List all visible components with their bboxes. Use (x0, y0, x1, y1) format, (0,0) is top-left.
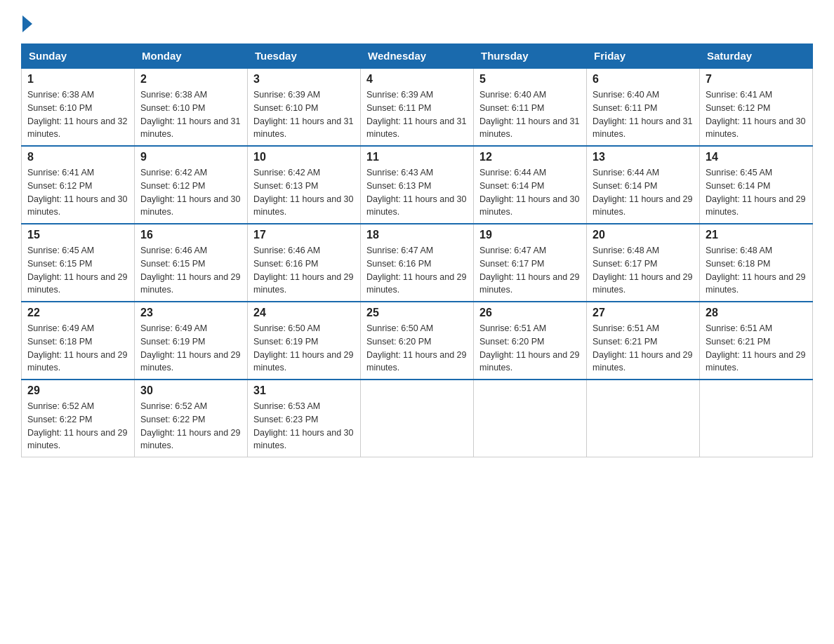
day-info: Sunrise: 6:41 AMSunset: 6:12 PMDaylight:… (706, 90, 805, 139)
day-number: 19 (479, 229, 581, 241)
calendar-day-cell: 3 Sunrise: 6:39 AMSunset: 6:10 PMDayligh… (248, 68, 361, 146)
calendar-day-cell: 12 Sunrise: 6:44 AMSunset: 6:14 PMDaylig… (474, 146, 587, 224)
calendar-day-cell: 2 Sunrise: 6:38 AMSunset: 6:10 PMDayligh… (135, 68, 248, 146)
day-number: 6 (593, 73, 694, 86)
day-info: Sunrise: 6:51 AMSunset: 6:21 PMDaylight:… (706, 323, 805, 373)
day-info: Sunrise: 6:46 AMSunset: 6:16 PMDaylight:… (253, 246, 353, 295)
calendar-day-cell (587, 380, 700, 457)
calendar-day-cell: 27 Sunrise: 6:51 AMSunset: 6:21 PMDaylig… (587, 302, 700, 380)
day-number: 13 (593, 151, 694, 163)
day-info: Sunrise: 6:40 AMSunset: 6:11 PMDaylight:… (593, 90, 692, 139)
day-number: 2 (140, 73, 241, 86)
day-number: 20 (593, 229, 694, 241)
day-info: Sunrise: 6:46 AMSunset: 6:15 PMDaylight:… (140, 246, 240, 295)
calendar-day-cell: 23 Sunrise: 6:49 AMSunset: 6:19 PMDaylig… (135, 302, 248, 380)
calendar-day-cell: 18 Sunrise: 6:47 AMSunset: 6:16 PMDaylig… (361, 224, 474, 302)
calendar-day-cell: 31 Sunrise: 6:53 AMSunset: 6:23 PMDaylig… (248, 380, 361, 457)
day-number: 23 (140, 307, 241, 319)
day-of-week-header: Sunday (22, 44, 135, 69)
calendar-table: SundayMondayTuesdayWednesdayThursdayFrid… (21, 43, 813, 457)
day-info: Sunrise: 6:48 AMSunset: 6:17 PMDaylight:… (593, 246, 692, 295)
day-number: 15 (27, 229, 128, 241)
calendar-day-cell (361, 380, 474, 457)
day-info: Sunrise: 6:47 AMSunset: 6:17 PMDaylight:… (479, 246, 579, 295)
day-info: Sunrise: 6:38 AMSunset: 6:10 PMDaylight:… (140, 90, 240, 139)
day-number: 3 (253, 73, 355, 86)
day-info: Sunrise: 6:50 AMSunset: 6:20 PMDaylight:… (366, 323, 466, 373)
day-number: 26 (479, 307, 581, 319)
day-number: 21 (706, 229, 807, 241)
calendar-day-cell: 1 Sunrise: 6:38 AMSunset: 6:10 PMDayligh… (22, 68, 135, 146)
calendar-day-cell: 14 Sunrise: 6:45 AMSunset: 6:14 PMDaylig… (700, 146, 813, 224)
calendar-week-row: 22 Sunrise: 6:49 AMSunset: 6:18 PMDaylig… (22, 302, 813, 380)
day-number: 29 (27, 384, 128, 397)
day-info: Sunrise: 6:43 AMSunset: 6:13 PMDaylight:… (366, 168, 466, 217)
day-info: Sunrise: 6:52 AMSunset: 6:22 PMDaylight:… (27, 401, 127, 450)
day-of-week-header: Thursday (474, 44, 587, 69)
calendar-day-cell: 16 Sunrise: 6:46 AMSunset: 6:15 PMDaylig… (135, 224, 248, 302)
logo-arrow-icon (22, 15, 32, 32)
calendar-day-cell: 21 Sunrise: 6:48 AMSunset: 6:18 PMDaylig… (700, 224, 813, 302)
calendar-day-cell: 4 Sunrise: 6:39 AMSunset: 6:11 PMDayligh… (361, 68, 474, 146)
day-number: 10 (253, 151, 355, 163)
day-of-week-header: Wednesday (361, 44, 474, 69)
calendar-day-cell (474, 380, 587, 457)
day-number: 31 (253, 384, 355, 397)
day-number: 14 (706, 151, 807, 163)
calendar-day-cell: 22 Sunrise: 6:49 AMSunset: 6:18 PMDaylig… (22, 302, 135, 380)
calendar-day-cell: 24 Sunrise: 6:50 AMSunset: 6:19 PMDaylig… (248, 302, 361, 380)
day-info: Sunrise: 6:39 AMSunset: 6:10 PMDaylight:… (253, 90, 353, 139)
day-number: 1 (27, 73, 128, 86)
calendar-day-cell: 15 Sunrise: 6:45 AMSunset: 6:15 PMDaylig… (22, 224, 135, 302)
day-info: Sunrise: 6:50 AMSunset: 6:19 PMDaylight:… (253, 323, 353, 373)
calendar-day-cell: 19 Sunrise: 6:47 AMSunset: 6:17 PMDaylig… (474, 224, 587, 302)
day-info: Sunrise: 6:44 AMSunset: 6:14 PMDaylight:… (593, 168, 692, 217)
day-info: Sunrise: 6:42 AMSunset: 6:13 PMDaylight:… (253, 168, 353, 217)
page-header (21, 14, 813, 29)
day-info: Sunrise: 6:51 AMSunset: 6:21 PMDaylight:… (593, 323, 692, 373)
day-number: 30 (140, 384, 241, 397)
day-number: 24 (253, 307, 355, 319)
calendar-week-row: 29 Sunrise: 6:52 AMSunset: 6:22 PMDaylig… (22, 380, 813, 457)
calendar-day-cell: 30 Sunrise: 6:52 AMSunset: 6:22 PMDaylig… (135, 380, 248, 457)
calendar-day-cell (700, 380, 813, 457)
day-of-week-header: Tuesday (248, 44, 361, 69)
day-info: Sunrise: 6:45 AMSunset: 6:15 PMDaylight:… (27, 246, 127, 295)
day-info: Sunrise: 6:41 AMSunset: 6:12 PMDaylight:… (27, 168, 127, 217)
logo (21, 14, 32, 29)
day-number: 4 (366, 73, 468, 86)
day-info: Sunrise: 6:47 AMSunset: 6:16 PMDaylight:… (366, 246, 466, 295)
day-number: 11 (366, 151, 468, 163)
calendar-day-cell: 28 Sunrise: 6:51 AMSunset: 6:21 PMDaylig… (700, 302, 813, 380)
day-info: Sunrise: 6:49 AMSunset: 6:19 PMDaylight:… (140, 323, 240, 373)
day-number: 9 (140, 151, 241, 163)
header-row: SundayMondayTuesdayWednesdayThursdayFrid… (22, 44, 813, 69)
calendar-day-cell: 29 Sunrise: 6:52 AMSunset: 6:22 PMDaylig… (22, 380, 135, 457)
calendar-day-cell: 9 Sunrise: 6:42 AMSunset: 6:12 PMDayligh… (135, 146, 248, 224)
calendar-day-cell: 26 Sunrise: 6:51 AMSunset: 6:20 PMDaylig… (474, 302, 587, 380)
day-number: 28 (706, 307, 807, 319)
day-number: 16 (140, 229, 241, 241)
calendar-day-cell: 5 Sunrise: 6:40 AMSunset: 6:11 PMDayligh… (474, 68, 587, 146)
day-info: Sunrise: 6:51 AMSunset: 6:20 PMDaylight:… (479, 323, 579, 373)
calendar-day-cell: 13 Sunrise: 6:44 AMSunset: 6:14 PMDaylig… (587, 146, 700, 224)
calendar-day-cell: 25 Sunrise: 6:50 AMSunset: 6:20 PMDaylig… (361, 302, 474, 380)
day-info: Sunrise: 6:49 AMSunset: 6:18 PMDaylight:… (27, 323, 127, 373)
calendar-day-cell: 7 Sunrise: 6:41 AMSunset: 6:12 PMDayligh… (700, 68, 813, 146)
calendar-week-row: 8 Sunrise: 6:41 AMSunset: 6:12 PMDayligh… (22, 146, 813, 224)
day-info: Sunrise: 6:38 AMSunset: 6:10 PMDaylight:… (27, 90, 127, 139)
day-number: 25 (366, 307, 468, 319)
day-of-week-header: Friday (587, 44, 700, 69)
day-number: 7 (706, 73, 807, 86)
day-number: 17 (253, 229, 355, 241)
calendar-day-cell: 11 Sunrise: 6:43 AMSunset: 6:13 PMDaylig… (361, 146, 474, 224)
day-info: Sunrise: 6:53 AMSunset: 6:23 PMDaylight:… (253, 401, 353, 450)
day-info: Sunrise: 6:48 AMSunset: 6:18 PMDaylight:… (706, 246, 805, 295)
calendar-day-cell: 6 Sunrise: 6:40 AMSunset: 6:11 PMDayligh… (587, 68, 700, 146)
day-number: 12 (479, 151, 581, 163)
calendar-day-cell: 17 Sunrise: 6:46 AMSunset: 6:16 PMDaylig… (248, 224, 361, 302)
day-number: 8 (27, 151, 128, 163)
calendar-day-cell: 20 Sunrise: 6:48 AMSunset: 6:17 PMDaylig… (587, 224, 700, 302)
calendar-day-cell: 8 Sunrise: 6:41 AMSunset: 6:12 PMDayligh… (22, 146, 135, 224)
day-number: 22 (27, 307, 128, 319)
